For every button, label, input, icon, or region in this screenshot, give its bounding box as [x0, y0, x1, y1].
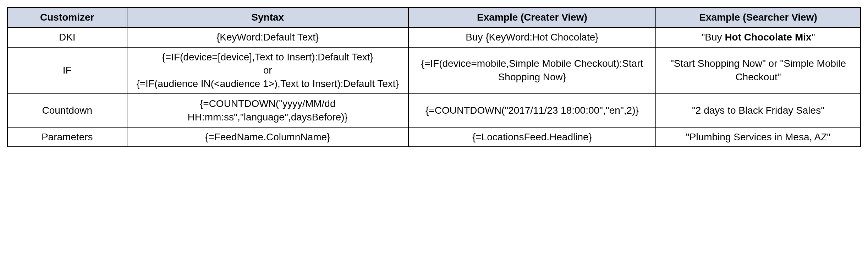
table-row: Parameters {=FeedName.ColumnName} {=Loca…: [7, 127, 861, 147]
header-creater: Example (Creater View): [408, 7, 656, 27]
cell-searcher: "2 days to Black Friday Sales": [656, 94, 861, 127]
syntax-line-3: {=IF(audience IN(<audience 1>),Text to I…: [132, 77, 403, 91]
syntax-line-1: {=IF(device=[device],Text to Insert):Def…: [132, 50, 403, 64]
cell-syntax: {=COUNTDOWN("yyyy/MM/dd HH:mm:ss","langu…: [127, 94, 408, 127]
header-customizer: Customizer: [7, 7, 127, 27]
searcher-suffix: ": [812, 32, 815, 43]
cell-syntax: {=FeedName.ColumnName}: [127, 127, 408, 147]
cell-creater: {=COUNTDOWN("2017/11/23 18:00:00","en",2…: [408, 94, 656, 127]
cell-syntax: {=IF(device=[device],Text to Insert):Def…: [127, 47, 408, 94]
cell-creater: Buy {KeyWord:Hot Chocolate}: [408, 27, 656, 47]
cell-searcher: "Buy Hot Chocolate Mix": [656, 27, 861, 47]
cell-customizer: Parameters: [7, 127, 127, 147]
header-searcher: Example (Searcher View): [656, 7, 861, 27]
table-row: DKI {KeyWord:Default Text} Buy {KeyWord:…: [7, 27, 861, 47]
cell-searcher: "Plumbing Services in Mesa, AZ": [656, 127, 861, 147]
syntax-line-2: or: [132, 64, 403, 77]
cell-searcher: "Start Shopping Now" or "Simple Mobile C…: [656, 47, 861, 94]
cell-syntax: {KeyWord:Default Text}: [127, 27, 408, 47]
cell-creater: {=LocationsFeed.Headline}: [408, 127, 656, 147]
cell-customizer: IF: [7, 47, 127, 94]
searcher-bold: Hot Chocolate Mix: [725, 32, 811, 43]
cell-creater: {=IF(device=mobile,Simple Mobile Checkou…: [408, 47, 656, 94]
cell-customizer: Countdown: [7, 94, 127, 127]
header-syntax: Syntax: [127, 7, 408, 27]
customizer-table: Customizer Syntax Example (Creater View)…: [7, 7, 861, 147]
header-row: Customizer Syntax Example (Creater View)…: [7, 7, 861, 27]
cell-customizer: DKI: [7, 27, 127, 47]
table-row: Countdown {=COUNTDOWN("yyyy/MM/dd HH:mm:…: [7, 94, 861, 127]
table-row: IF {=IF(device=[device],Text to Insert):…: [7, 47, 861, 94]
searcher-prefix: "Buy: [701, 32, 725, 43]
